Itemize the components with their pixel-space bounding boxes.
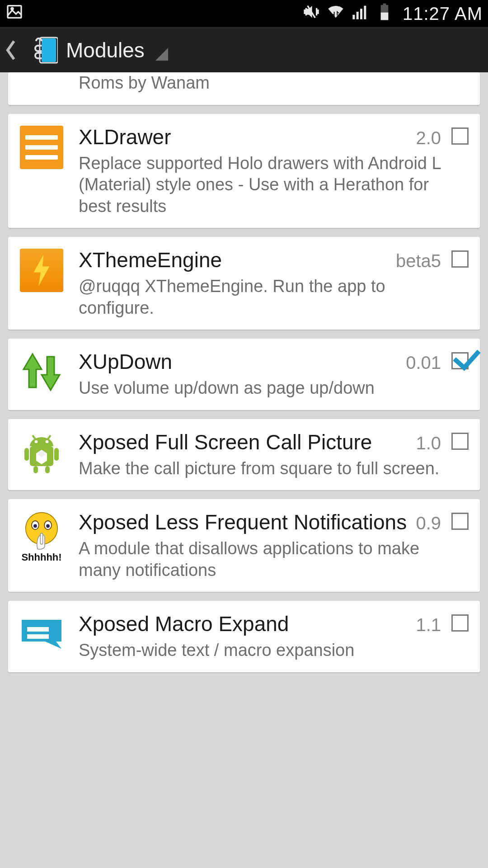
xposed-app-icon[interactable] [19, 37, 58, 64]
svg-rect-16 [24, 448, 29, 461]
svg-point-24 [46, 524, 50, 528]
battery-icon [375, 3, 394, 25]
module-item[interactable]: XLDrawer 2.0 Replace supported Holo draw… [8, 114, 480, 228]
back-icon[interactable] [4, 39, 17, 61]
module-version: 0.9 [416, 513, 441, 533]
module-checkbox[interactable] [451, 433, 469, 450]
module-name: XThemeEngine [79, 248, 222, 272]
module-icon: Shhhhh! [19, 510, 64, 564]
notification-image-icon [5, 3, 23, 25]
svg-rect-3 [357, 12, 359, 19]
svg-rect-18 [33, 466, 38, 473]
dropdown-triangle-icon [155, 48, 168, 61]
module-list[interactable]: Roms by Wanam XLDrawer 2.0 Replace suppo… [0, 72, 488, 672]
action-bar: Modules [0, 27, 488, 72]
up-down-arrows-icon [19, 349, 64, 395]
svg-rect-19 [45, 466, 50, 473]
page-title: Modules [66, 38, 145, 62]
module-description: Use volume up/down as page up/down [79, 377, 441, 399]
module-icon [19, 349, 64, 395]
module-icon [19, 125, 64, 170]
svg-rect-8 [381, 12, 389, 20]
module-item[interactable]: Xposed Macro Expand 1.1 System-wide text… [8, 601, 480, 672]
svg-rect-7 [383, 3, 386, 5]
status-clock: 11:27 AM [400, 4, 483, 24]
module-description: @ruqqq XThemeEngine. Run the app to conf… [79, 276, 441, 319]
module-icon [19, 430, 64, 475]
module-checkbox[interactable] [451, 614, 469, 632]
module-version: 0.01 [406, 353, 441, 373]
svg-rect-9 [42, 38, 56, 62]
svg-line-14 [33, 435, 35, 439]
svg-point-13 [46, 440, 48, 443]
module-icon [19, 72, 64, 90]
module-version: beta5 [396, 251, 441, 271]
module-item[interactable]: Shhhhh! Xposed Less Frequent Notificatio… [8, 499, 480, 592]
module-item[interactable]: Roms by Wanam [8, 72, 480, 105]
svg-rect-17 [54, 448, 59, 461]
svg-line-15 [48, 435, 51, 439]
svg-rect-5 [364, 5, 366, 19]
module-name: Xposed Macro Expand [79, 612, 289, 636]
svg-point-12 [35, 440, 38, 443]
shush-emoji-icon: Shhhhh! [19, 510, 64, 564]
module-icon [19, 248, 64, 293]
shush-label: Shhhhh! [21, 552, 61, 563]
signal-icon [351, 3, 369, 25]
svg-rect-28 [27, 634, 49, 639]
svg-rect-27 [27, 627, 49, 632]
lightning-icon [20, 249, 63, 292]
module-name: XUpDown [79, 349, 172, 374]
module-name: Xposed Less Frequent Notifications [79, 510, 407, 534]
svg-point-22 [33, 524, 37, 528]
module-checkbox[interactable] [451, 513, 469, 530]
module-icon [19, 612, 64, 657]
module-description: A module that disallows applications to … [79, 538, 441, 581]
module-description: Make the call picture from square to ful… [79, 458, 441, 480]
wifi-icon [327, 3, 345, 25]
module-description: Roms by Wanam [79, 72, 441, 94]
module-checkbox[interactable] [451, 352, 469, 369]
module-item[interactable]: Xposed Full Screen Call Picture 1.0 Make… [8, 419, 480, 491]
module-item[interactable]: XThemeEngine beta5 @ruqqq XThemeEngine. … [8, 237, 480, 330]
module-item[interactable]: XUpDown 0.01 Use volume up/down as page … [8, 339, 480, 410]
module-version: 2.0 [416, 128, 441, 148]
svg-rect-2 [352, 14, 355, 19]
svg-rect-26 [40, 533, 42, 544]
module-version: 1.1 [416, 615, 441, 635]
title-spinner[interactable]: Modules [66, 38, 168, 62]
module-version: 1.0 [416, 433, 441, 453]
svg-point-1 [11, 8, 13, 9]
module-description: Replace supported Holo drawers with Andr… [79, 153, 441, 217]
module-checkbox[interactable] [451, 127, 469, 145]
hamburger-menu-icon [20, 126, 63, 169]
module-name: XLDrawer [79, 125, 171, 149]
module-checkbox[interactable] [451, 250, 469, 268]
vibrate-silent-icon [302, 3, 320, 25]
android-robot-icon [19, 430, 64, 475]
svg-rect-4 [360, 9, 362, 19]
module-name: Xposed Full Screen Call Picture [79, 430, 372, 454]
speech-bubble-icon [20, 618, 63, 650]
status-bar: 11:27 AM [0, 0, 488, 27]
module-description: System-wide text / macro expansion [79, 640, 441, 661]
